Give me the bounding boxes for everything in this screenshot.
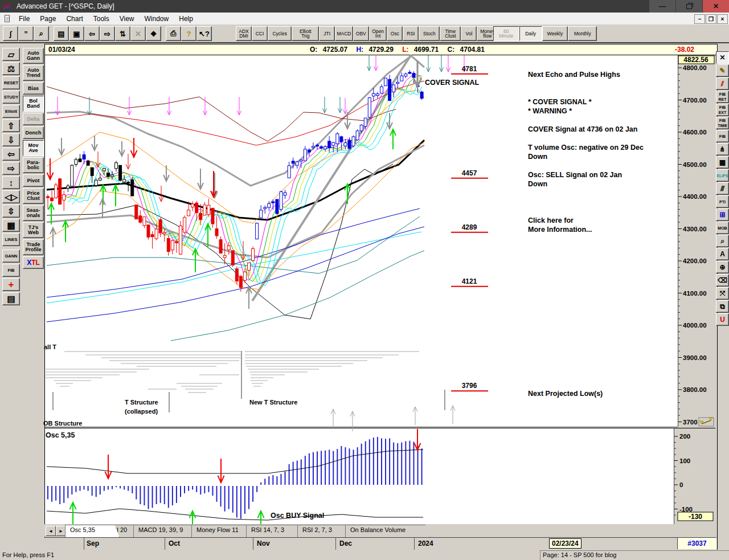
elliott-button[interactable]: Elliott: [2, 105, 20, 118]
magnet-tool-button[interactable]: U: [716, 313, 729, 326]
gann-box-button[interactable]: ⊞: [716, 209, 729, 221]
indicator-donch-button[interactable]: Donch: [23, 126, 44, 139]
fib-retrace-button[interactable]: FIB RET: [716, 91, 729, 103]
prev-page-button[interactable]: ⇦: [84, 26, 100, 41]
mdi-document-icon[interactable]: [3, 15, 11, 23]
indicator-tj-s-web-button[interactable]: TJ's Web: [23, 222, 44, 238]
menu-chart[interactable]: Chart: [61, 14, 88, 24]
indicator-mov-ave-button[interactable]: Mov Ave: [23, 140, 44, 156]
study-button[interactable]: STUDY: [2, 91, 20, 104]
fib-button[interactable]: FIB: [2, 264, 20, 277]
study-time-clust-button[interactable]: Time Clust: [440, 26, 461, 41]
study-stoch-button[interactable]: Stoch: [419, 26, 440, 41]
study-obv-button[interactable]: OBV: [353, 26, 369, 41]
mdi-minimize-button[interactable]: –: [694, 14, 705, 24]
new-page-button[interactable]: ▤: [54, 26, 69, 41]
mdi-close-button[interactable]: ×: [717, 14, 728, 24]
study-elliott-trig-button[interactable]: Elliott Trig: [292, 26, 319, 41]
gann-fan-button[interactable]: ⋔: [716, 143, 729, 156]
menu-window[interactable]: Window: [140, 14, 174, 24]
text-tool-button[interactable]: A: [716, 248, 729, 260]
indicator-price-clust-button[interactable]: Price Clust: [23, 188, 44, 204]
zoom-tool-button[interactable]: ⊕: [716, 261, 729, 273]
delete-page-button[interactable]: ✕: [130, 26, 146, 41]
next-page-button[interactable]: ⇨: [100, 26, 115, 41]
indicator-bias-button[interactable]: Bias: [23, 82, 44, 95]
lines-button[interactable]: LINES: [2, 233, 20, 246]
tab-on-balance-volume[interactable]: On Balance Volume: [345, 525, 431, 537]
seeker-tool-button[interactable]: ⌕: [716, 235, 729, 247]
arrow-up-button[interactable]: ⇧: [2, 119, 20, 132]
indicator-para--bolic-button[interactable]: Para- bolic: [23, 157, 44, 173]
page-setup-button[interactable]: ⇅: [115, 26, 130, 41]
indicator-auto-gann-button[interactable]: Auto Gann: [23, 48, 44, 64]
menu-help[interactable]: Help: [174, 14, 198, 24]
interval-daily-button[interactable]: Daily: [519, 26, 542, 41]
arrow-left-button[interactable]: ⇦: [2, 148, 20, 161]
mob-tool-button[interactable]: MOB: [716, 222, 729, 234]
delete-tool-button[interactable]: ✕: [716, 51, 729, 64]
price-axis-panel[interactable]: [678, 55, 715, 427]
study-osc-button[interactable]: Osc: [387, 26, 403, 41]
oscillator-area[interactable]: [45, 428, 674, 525]
expand-tool-button[interactable]: ⤧: [716, 287, 729, 300]
indicator-pivot-button[interactable]: Pivot: [23, 174, 44, 187]
properties-button[interactable]: ▤: [2, 292, 20, 305]
help-button[interactable]: ?: [181, 26, 196, 41]
oscillator-axis-panel[interactable]: [674, 428, 715, 525]
scales-button[interactable]: ⚖: [2, 62, 20, 75]
study-jti-button[interactable]: JTI: [319, 26, 335, 41]
new-chart-button[interactable]: ❖: [146, 26, 161, 41]
open-chart-button[interactable]: ▱: [2, 48, 20, 61]
grid-button[interactable]: ▦: [2, 219, 20, 232]
crosshair-button[interactable]: +: [2, 278, 20, 291]
gann-button[interactable]: GANN: [2, 250, 20, 263]
study-macd-button[interactable]: MACD: [335, 26, 353, 41]
indicator-bol-band-button[interactable]: Bol Band: [23, 96, 44, 112]
print-button[interactable]: ⎙: [166, 26, 181, 41]
interval-60-minute-button[interactable]: 60 Minute: [493, 26, 519, 41]
trendlines-tool-button[interactable]: ⫽: [716, 77, 729, 90]
tab-scroll-left[interactable]: ◄: [46, 526, 56, 536]
save-page-button[interactable]: ▣: [69, 26, 84, 41]
study-cci-button[interactable]: CCI: [252, 26, 268, 41]
pti-tool-button[interactable]: PTI: [716, 195, 729, 208]
regression-tool-button[interactable]: ⫻: [716, 182, 729, 195]
arrow-right-button[interactable]: ⇨: [2, 162, 20, 175]
close-button[interactable]: ✕: [702, 0, 729, 13]
bar-width-button[interactable]: ◁▷: [2, 190, 20, 203]
indicator-auto-trend-button[interactable]: Auto Trend: [23, 65, 44, 81]
tab-osc-5-35[interactable]: Osc 5,35: [65, 525, 120, 537]
context-help-button[interactable]: ↖?: [196, 26, 212, 41]
menu-page[interactable]: Page: [35, 14, 61, 24]
tab-scroll-right[interactable]: ►: [56, 526, 66, 536]
search-tool-button[interactable]: ⌕: [34, 26, 49, 41]
ellipse-tool-button[interactable]: ELIPS: [716, 169, 729, 182]
reset-button[interactable]: RESET: [2, 76, 20, 89]
fib-time-button[interactable]: FIB TIME: [716, 117, 729, 129]
copy-pages-tool-button[interactable]: ⧉: [716, 300, 729, 313]
compress-button[interactable]: ⇳: [2, 205, 20, 218]
study-cycles-button[interactable]: Cycles: [268, 26, 292, 41]
bar-shift-button[interactable]: ↕: [2, 176, 20, 189]
pencil-tool-button[interactable]: ✎: [716, 64, 729, 77]
indicator-xtl-button[interactable]: XTL: [23, 256, 44, 269]
grid-tool-button[interactable]: ▦: [716, 156, 729, 169]
indicator-trade-profile-button[interactable]: Trade Profile: [23, 239, 44, 255]
arrow-down-button[interactable]: ⇩: [2, 133, 20, 146]
restore-button[interactable]: [675, 0, 702, 13]
price-chart-area[interactable]: [45, 55, 678, 427]
eraser-tool-button[interactable]: ⌫: [716, 274, 729, 287]
study-open-int-button[interactable]: Open Int: [369, 26, 387, 41]
indicator-delta-button[interactable]: Delta: [23, 113, 44, 125]
fib-spiral-button[interactable]: FIB: [716, 130, 729, 142]
fib-extension-button[interactable]: FIB EXT: [716, 104, 729, 116]
interval-weekly-button[interactable]: Weekly: [542, 26, 568, 41]
study-vol-button[interactable]: Vol: [461, 26, 477, 41]
menu-view[interactable]: View: [114, 14, 140, 24]
quote-tool-button[interactable]: ”: [18, 26, 34, 41]
menu-file[interactable]: File: [14, 14, 35, 24]
study-rsi-button[interactable]: RSI: [403, 26, 419, 41]
mdi-restore-button[interactable]: ❐: [706, 14, 716, 24]
minimize-button[interactable]: —: [649, 0, 675, 13]
